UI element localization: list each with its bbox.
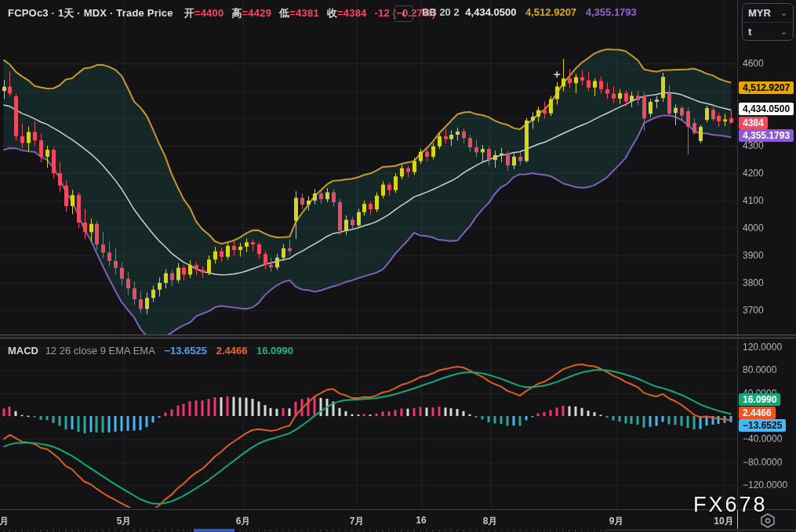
macd-tick-label: −120.0000 xyxy=(743,480,787,490)
price-tick-label: 4200 xyxy=(743,168,764,179)
time-tick-label: 8月 xyxy=(483,515,498,528)
settings-icon[interactable] xyxy=(758,512,778,530)
time-tick-label: 9月 xyxy=(609,515,624,528)
time-tick-label: 7月 xyxy=(350,515,365,528)
symbol-unit-box: MYR ⌄ t ⌄ xyxy=(742,3,794,41)
collapse-indicators-button[interactable]: ‹ xyxy=(394,5,413,22)
time-axis-border xyxy=(0,509,796,510)
macd-tick-label: −40.0000 xyxy=(743,433,782,444)
ohlc-high: 高=4429 xyxy=(231,7,271,19)
price-tick-label: 4000 xyxy=(743,223,764,233)
macd-params: 12 26 close 9 EMA EMA xyxy=(45,345,155,356)
chevron-down-icon: ⌄ xyxy=(780,27,787,37)
macd-signal-value: 16.0990 xyxy=(256,345,293,356)
macd-tick-label: 120.0000 xyxy=(743,342,782,353)
symbol-title[interactable]: FCPOc3 · 1天 · MDX · Trade Price xyxy=(8,7,173,19)
macd-line-tag: 2.4466 xyxy=(739,407,776,419)
macd-hist-tag: −13.6525 xyxy=(739,419,786,432)
currency-value: MYR xyxy=(748,7,771,19)
bb-lower-tag: 4,355.1793 xyxy=(739,129,794,142)
price-tick-label: 4600 xyxy=(743,58,764,69)
symbol-header: FCPOc3 · 1天 · MDX · Trade Price开=4400高=4… xyxy=(8,6,435,20)
ohlc-open: 开=4400 xyxy=(184,7,224,19)
pane-separator[interactable] xyxy=(0,335,796,338)
time-tick-label: 6月 xyxy=(236,515,251,528)
price-tick-label: 4100 xyxy=(743,195,764,206)
bb-basis-tag: 4,434.0500 xyxy=(739,103,794,115)
bb-upper-value: 4,512.9207 xyxy=(525,6,576,18)
bb-lower-value: 4,355.1793 xyxy=(586,6,637,18)
macd-tick-label: 80.0000 xyxy=(743,364,776,375)
time-tick-label: 16 xyxy=(416,515,426,526)
last-price-tag: 4384 xyxy=(739,117,768,129)
ohlc-values: 开=4400高=4429低=4381收=4384 xyxy=(184,7,375,19)
price-tick-label: 3800 xyxy=(743,277,764,288)
currency-dropdown[interactable]: MYR ⌄ xyxy=(743,4,793,22)
price-tick-label: 4300 xyxy=(743,140,764,151)
macd-title: MACD xyxy=(8,345,38,356)
watermark: FX678 xyxy=(693,493,768,517)
unit-dropdown[interactable]: t ⌄ xyxy=(743,23,793,41)
price-axis-border xyxy=(737,0,738,532)
trading-chart-window: FCPOc3 · 1天 · MDX · Trade Price开=4400高=4… xyxy=(0,0,796,532)
chart-canvas[interactable] xyxy=(0,0,796,532)
price-tick-label: 3900 xyxy=(743,250,764,261)
price-tick-label: 3700 xyxy=(743,305,764,316)
time-tick-label: 5月 xyxy=(117,515,132,528)
unit-value: t xyxy=(748,26,751,38)
macd-indicator-header: MACD 12 26 close 9 EMA EMA −13.6525 2.44… xyxy=(8,345,293,356)
macd-signal-tag: 16.0990 xyxy=(739,393,780,406)
macd-line-value: 2.4466 xyxy=(216,345,248,356)
macd-hist-value: −13.6525 xyxy=(164,345,207,356)
time-tick-label: 4月 xyxy=(0,515,9,528)
bb-upper-tag: 4,512.9207 xyxy=(739,81,794,94)
bb-indicator-header: BB 20 2 4,434.0500 4,512.9207 4,355.1793 xyxy=(422,6,637,18)
macd-tick-label: −80.0000 xyxy=(743,457,782,468)
ohlc-low: 低=4381 xyxy=(279,7,319,19)
chevron-down-icon: ⌄ xyxy=(780,8,787,18)
ohlc-close: 收=4384 xyxy=(327,7,367,19)
bb-basis-value: 4,434.0500 xyxy=(465,6,516,18)
bb-title: BB 20 2 xyxy=(422,6,460,18)
